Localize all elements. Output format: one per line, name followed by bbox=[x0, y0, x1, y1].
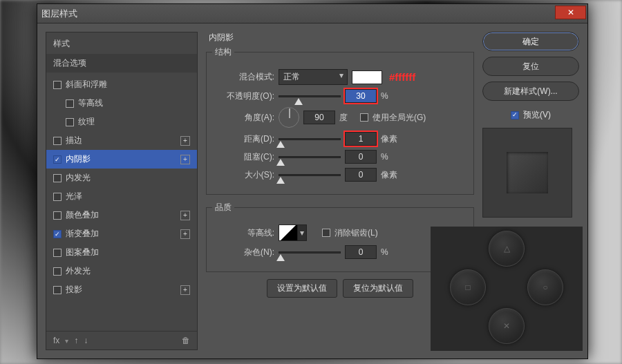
style-checkbox-satin[interactable] bbox=[53, 193, 62, 201]
color-swatch[interactable] bbox=[352, 70, 382, 84]
angle-unit: 度 bbox=[339, 112, 348, 124]
close-button[interactable]: ✕ bbox=[555, 6, 586, 19]
global-light-checkbox[interactable] bbox=[360, 113, 368, 122]
blend-mode-value: 正常 bbox=[283, 72, 300, 82]
size-field[interactable]: 0 bbox=[345, 168, 377, 182]
style-label-satin: 光泽 bbox=[66, 191, 190, 202]
style-row-satin[interactable]: 光泽 bbox=[46, 187, 197, 206]
dpad-cross-button[interactable]: ✕ bbox=[489, 308, 525, 344]
style-row-innershadow[interactable]: ✓内阴影+ bbox=[46, 150, 197, 169]
distance-field[interactable]: 1 bbox=[345, 132, 377, 146]
new-style-button[interactable]: 新建样式(W)... bbox=[482, 82, 579, 101]
styles-header: 样式 bbox=[46, 32, 197, 51]
size-slider[interactable] bbox=[279, 174, 341, 176]
style-label-innerglow: 内发光 bbox=[66, 172, 190, 184]
noise-field[interactable]: 0 bbox=[345, 245, 377, 259]
style-add-dropshadow[interactable]: + bbox=[180, 285, 190, 295]
angle-field[interactable]: 90 bbox=[303, 111, 335, 124]
style-checkbox-stroke[interactable] bbox=[53, 137, 62, 145]
square-icon: □ bbox=[465, 282, 470, 292]
style-add-gradoverlay[interactable]: + bbox=[180, 229, 190, 239]
arrow-down-icon[interactable]: ↓ bbox=[84, 336, 88, 345]
size-unit: 像素 bbox=[381, 169, 397, 181]
floating-controller-panel: △ □ ○ ✕ bbox=[431, 227, 583, 351]
arrow-up-icon[interactable]: ↑ bbox=[74, 336, 78, 345]
choke-slider[interactable] bbox=[279, 156, 341, 158]
style-label-bevel: 斜面和浮雕 bbox=[66, 79, 190, 90]
triangle-icon: △ bbox=[504, 244, 510, 253]
distance-slider[interactable] bbox=[279, 138, 341, 140]
style-checkbox-outerglow[interactable] bbox=[53, 267, 62, 276]
angle-dial[interactable] bbox=[279, 107, 299, 128]
style-label-innershadow: 内阴影 bbox=[66, 153, 176, 165]
dpad-circle-button[interactable]: ○ bbox=[527, 269, 563, 305]
style-checkbox-coloroverlay[interactable] bbox=[53, 211, 62, 220]
contour-picker[interactable] bbox=[279, 224, 298, 241]
style-row-dropshadow[interactable]: 投影+ bbox=[46, 280, 197, 299]
dpad-square-button[interactable]: □ bbox=[450, 269, 486, 305]
quality-legend: 品质 bbox=[212, 202, 234, 213]
blend-mode-label: 混合模式: bbox=[212, 71, 274, 83]
style-label-stroke: 描边 bbox=[66, 135, 176, 146]
antialias-checkbox[interactable] bbox=[322, 229, 330, 237]
style-row-stroke[interactable]: 描边+ bbox=[46, 131, 197, 150]
blend-options-row[interactable]: 混合选项 bbox=[46, 54, 197, 73]
hex-annotation: #ffffff bbox=[389, 71, 415, 83]
style-checkbox-dropshadow[interactable] bbox=[53, 286, 62, 294]
style-row-texture_sub[interactable]: 纹理 bbox=[46, 113, 197, 131]
circle-icon: ○ bbox=[543, 282, 547, 292]
noise-slider[interactable] bbox=[279, 251, 341, 253]
reset-default-button[interactable]: 复位为默认值 bbox=[343, 279, 413, 298]
style-label-gradoverlay: 渐变叠加 bbox=[66, 228, 176, 240]
opacity-label: 不透明度(O): bbox=[212, 90, 274, 102]
cancel-button[interactable]: 复位 bbox=[482, 57, 579, 76]
trash-icon[interactable]: 🗑 bbox=[182, 336, 190, 345]
titlebar[interactable]: 图层样式 ✕ bbox=[37, 4, 587, 23]
style-label-outerglow: 外发光 bbox=[66, 265, 190, 277]
style-row-coloroverlay[interactable]: 颜色叠加+ bbox=[46, 206, 197, 224]
style-row-pattoverlay[interactable]: 图案叠加 bbox=[46, 243, 197, 262]
blend-options-label: 混合选项 bbox=[53, 57, 190, 69]
choke-field[interactable]: 0 bbox=[345, 150, 377, 164]
global-light-label: 使用全局光(G) bbox=[373, 112, 426, 124]
set-default-button[interactable]: 设置为默认值 bbox=[267, 279, 337, 298]
style-checkbox-contour_sub[interactable] bbox=[66, 99, 74, 108]
style-row-innerglow[interactable]: 内发光 bbox=[46, 169, 197, 187]
opacity-unit: % bbox=[381, 91, 388, 101]
style-label-coloroverlay: 颜色叠加 bbox=[66, 209, 176, 221]
dpad-triangle-button[interactable]: △ bbox=[489, 231, 525, 267]
blend-mode-select[interactable]: 正常 bbox=[279, 69, 348, 85]
style-add-stroke[interactable]: + bbox=[180, 136, 190, 146]
style-row-gradoverlay[interactable]: ✓渐变叠加+ bbox=[46, 224, 197, 243]
preview-label: 预览(V) bbox=[523, 109, 551, 121]
angle-label: 角度(A): bbox=[212, 112, 274, 124]
style-row-outerglow[interactable]: 外发光 bbox=[46, 262, 197, 280]
style-checkbox-innerglow[interactable] bbox=[53, 174, 62, 182]
choke-label: 阻塞(C): bbox=[212, 151, 274, 163]
style-row-bevel[interactable]: 斜面和浮雕 bbox=[46, 75, 197, 94]
structure-group: 结构 混合模式: 正常 #ffffff 不透明度(O): 30 % 角度 bbox=[206, 46, 474, 195]
style-checkbox-bevel[interactable] bbox=[53, 81, 62, 89]
styles-panel: 样式 混合选项 斜面和浮雕等高线纹理描边+✓内阴影+内发光光泽颜色叠加+✓渐变叠… bbox=[46, 32, 198, 350]
distance-label: 距离(D): bbox=[212, 133, 274, 145]
opacity-field[interactable]: 30 bbox=[345, 89, 377, 103]
opacity-slider[interactable] bbox=[279, 95, 341, 97]
style-add-coloroverlay[interactable]: + bbox=[180, 211, 190, 220]
preview-box bbox=[482, 128, 572, 218]
choke-unit: % bbox=[381, 152, 388, 162]
style-add-innershadow[interactable]: + bbox=[180, 155, 190, 164]
ok-button[interactable]: 确定 bbox=[482, 32, 579, 51]
style-checkbox-innershadow[interactable]: ✓ bbox=[53, 155, 62, 164]
style-checkbox-pattoverlay[interactable] bbox=[53, 249, 62, 257]
style-checkbox-texture_sub[interactable] bbox=[66, 118, 74, 126]
preview-swatch bbox=[507, 152, 548, 193]
size-label: 大小(S): bbox=[212, 169, 274, 181]
style-row-contour_sub[interactable]: 等高线 bbox=[46, 94, 197, 113]
preview-checkbox[interactable] bbox=[511, 111, 519, 119]
panel-title: 内阴影 bbox=[209, 32, 474, 44]
style-label-dropshadow: 投影 bbox=[66, 284, 176, 296]
contour-dropdown[interactable]: ▾ bbox=[297, 224, 307, 241]
noise-unit: % bbox=[381, 247, 388, 257]
fx-icon[interactable]: fx bbox=[53, 336, 59, 345]
style-checkbox-gradoverlay[interactable]: ✓ bbox=[53, 230, 62, 238]
